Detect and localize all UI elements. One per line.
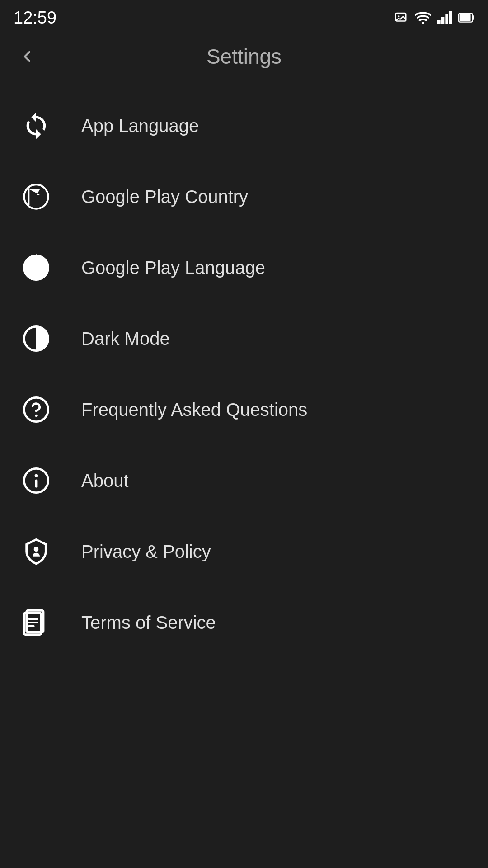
flag-icon xyxy=(18,179,54,215)
settings-item-google-play-country[interactable]: Google Play Country xyxy=(0,161,488,232)
contrast-icon xyxy=(18,321,54,357)
svg-point-21 xyxy=(34,547,39,552)
svg-point-10 xyxy=(24,184,48,208)
settings-item-app-language[interactable]: App Language xyxy=(0,90,488,161)
page-title: Settings xyxy=(206,44,282,69)
help-icon xyxy=(18,392,54,428)
about-label: About xyxy=(81,471,129,491)
back-button[interactable] xyxy=(14,43,41,70)
status-icons xyxy=(393,11,474,24)
info-icon xyxy=(18,462,54,499)
settings-list: App Language Google Play Country Google … xyxy=(0,90,488,658)
google-play-country-label: Google Play Country xyxy=(81,187,248,207)
svg-point-16 xyxy=(35,415,37,417)
svg-rect-4 xyxy=(441,17,445,24)
svg-point-1 xyxy=(398,15,400,17)
refresh-icon xyxy=(18,108,54,144)
status-time: 12:59 xyxy=(14,8,56,28)
image-icon xyxy=(393,11,408,24)
svg-rect-5 xyxy=(445,14,448,24)
settings-item-privacy-policy[interactable]: Privacy & Policy xyxy=(0,516,488,587)
app-language-label: App Language xyxy=(81,116,199,136)
globe-icon xyxy=(18,250,54,286)
document-icon xyxy=(18,604,54,641)
svg-rect-8 xyxy=(472,15,474,20)
svg-rect-3 xyxy=(437,20,441,24)
svg-point-19 xyxy=(35,474,38,477)
privacy-policy-label: Privacy & Policy xyxy=(81,542,211,562)
signal-icon xyxy=(437,11,452,24)
settings-item-dark-mode[interactable]: Dark Mode xyxy=(0,303,488,374)
settings-item-about[interactable]: About xyxy=(0,445,488,516)
shield-icon xyxy=(18,533,54,570)
settings-item-terms-of-service[interactable]: Terms of Service xyxy=(0,587,488,658)
svg-point-15 xyxy=(24,397,48,421)
wifi-icon xyxy=(415,11,431,24)
header: Settings xyxy=(0,32,488,81)
svg-rect-11 xyxy=(28,188,29,205)
status-bar: 12:59 xyxy=(0,0,488,32)
settings-item-google-play-language[interactable]: Google Play Language xyxy=(0,232,488,303)
svg-rect-9 xyxy=(460,14,471,21)
terms-of-service-label: Terms of Service xyxy=(81,613,216,633)
google-play-language-label: Google Play Language xyxy=(81,258,265,278)
dark-mode-label: Dark Mode xyxy=(81,329,170,349)
faq-label: Frequently Asked Questions xyxy=(81,400,307,420)
settings-item-faq[interactable]: Frequently Asked Questions xyxy=(0,374,488,445)
svg-rect-6 xyxy=(449,11,452,24)
svg-point-2 xyxy=(422,22,424,24)
battery-icon xyxy=(458,11,474,24)
